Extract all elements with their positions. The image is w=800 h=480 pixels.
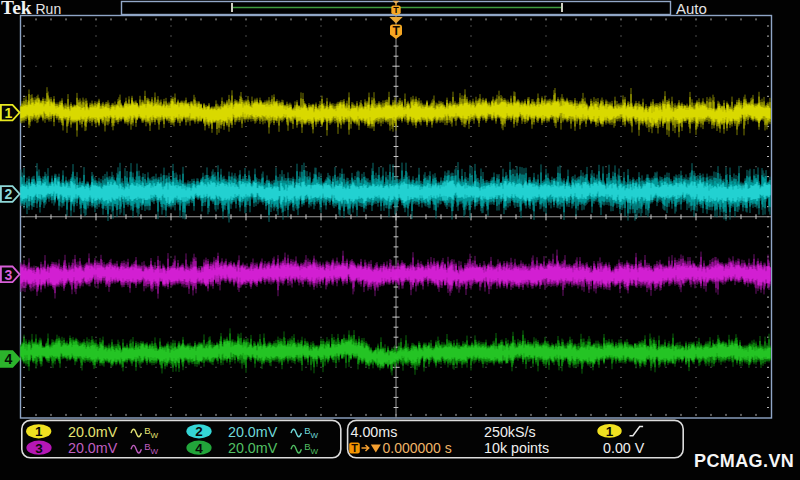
svg-text:3: 3 [4, 267, 12, 283]
svg-text:W: W [151, 431, 159, 440]
svg-text:250kS/s: 250kS/s [484, 424, 536, 440]
svg-text:4: 4 [4, 351, 12, 367]
svg-text:20.0mV: 20.0mV [68, 424, 118, 440]
svg-text:4: 4 [195, 441, 203, 456]
svg-text:20.0mV: 20.0mV [68, 440, 118, 456]
svg-text:0.000000 s: 0.000000 s [383, 440, 452, 456]
svg-text:Auto: Auto [676, 0, 707, 17]
svg-text:1: 1 [35, 424, 43, 439]
svg-text:B: B [144, 441, 150, 452]
svg-text:3: 3 [35, 441, 43, 456]
svg-text:2: 2 [195, 424, 203, 439]
svg-text:T: T [351, 442, 358, 454]
svg-text:W: W [311, 447, 319, 456]
svg-text:4.00ms: 4.00ms [351, 424, 398, 440]
svg-text:W: W [151, 447, 159, 456]
svg-text:B: B [304, 441, 310, 452]
svg-text:20.0mV: 20.0mV [228, 424, 278, 440]
svg-text:20.0mV: 20.0mV [228, 440, 278, 456]
svg-text:T: T [393, 5, 399, 15]
svg-text:B: B [144, 425, 150, 436]
svg-text:0.00 V: 0.00 V [603, 440, 645, 456]
svg-text:T: T [393, 24, 401, 38]
svg-text:10k points: 10k points [484, 440, 549, 456]
svg-text:Run: Run [36, 1, 62, 17]
svg-text:2: 2 [4, 186, 12, 202]
svg-text:1: 1 [4, 105, 12, 121]
svg-text:PCMAG.VN: PCMAG.VN [694, 451, 794, 471]
svg-text:1: 1 [606, 424, 614, 439]
svg-text:B: B [304, 425, 310, 436]
svg-text:W: W [311, 431, 319, 440]
